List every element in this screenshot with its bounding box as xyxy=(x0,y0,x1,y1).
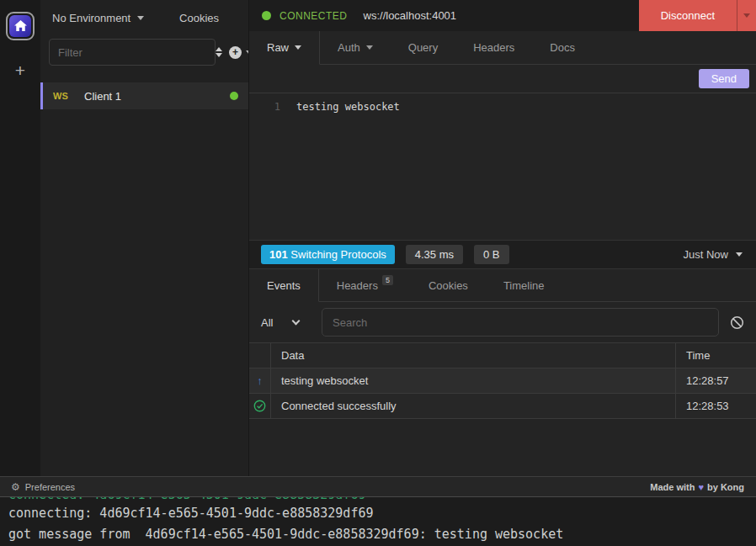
client-name: Client 1 xyxy=(84,90,121,103)
tabs-filler xyxy=(562,269,756,302)
event-type-selected: All xyxy=(261,316,273,329)
environment-caret-icon xyxy=(137,16,144,20)
environment-label: No Environment xyxy=(52,12,130,24)
tab-query-label: Query xyxy=(408,41,438,54)
websocket-url[interactable]: ws://localhost:4001 xyxy=(364,9,457,22)
sort-icon xyxy=(216,47,222,51)
home-icon xyxy=(9,15,31,37)
headers-count-badge: 5 xyxy=(382,275,393,285)
event-time-cell: 12:28:57 xyxy=(675,368,756,393)
response-tabs: Events Headers 5 Cookies Timeline xyxy=(249,269,756,302)
tab-response-cookies[interactable]: Cookies xyxy=(411,269,486,302)
preferences-button[interactable]: ⚙ Preferences xyxy=(11,481,75,493)
app-window: + No Environment Cookies + xyxy=(0,0,756,546)
raw-caret-icon xyxy=(295,45,301,50)
event-data-cell: testing websocket xyxy=(270,368,675,393)
icon-column-header xyxy=(249,343,270,368)
tab-events-label: Events xyxy=(267,279,301,292)
client-connected-dot xyxy=(230,92,238,100)
response-filler xyxy=(249,419,756,476)
tab-timeline[interactable]: Timeline xyxy=(486,269,562,302)
tab-docs[interactable]: Docs xyxy=(532,31,593,65)
events-table: Data Time ↑ testing websocket 12:28:57 C… xyxy=(249,342,756,419)
response-status-bar: 101 Switching Protocols 4.35 ms 0 B Just… xyxy=(249,240,756,269)
event-type-select[interactable]: All xyxy=(261,316,322,329)
environment-selector[interactable]: No Environment xyxy=(52,12,144,24)
preferences-label: Preferences xyxy=(25,482,75,492)
disconnect-dropdown-button[interactable] xyxy=(737,0,756,31)
heart-icon: ♥ xyxy=(698,482,704,492)
table-row[interactable]: ↑ testing websocket 12:28:57 xyxy=(249,368,756,394)
clear-events-button[interactable] xyxy=(730,315,744,330)
terminal-line: got message from 4d69cf14-e565-4501-9ddc… xyxy=(8,524,756,545)
connection-bar: CONNECTED ws://localhost:4001 Disconnect xyxy=(249,0,756,31)
terminal-clipped-line: connected: 4d69cf14-e565-4501-9ddc-e8858… xyxy=(8,497,756,503)
status-text: Switching Protocols xyxy=(290,248,386,261)
connection-status-dot xyxy=(262,11,271,20)
response-time-badge: 4.35 ms xyxy=(406,245,463,264)
sidebar-item-client-1[interactable]: WS Client 1 xyxy=(40,82,248,109)
event-icon-cell xyxy=(249,394,270,418)
tab-query[interactable]: Query xyxy=(391,31,455,65)
events-table-header: Data Time xyxy=(249,342,756,368)
editor-line-number: 1 xyxy=(249,101,288,240)
event-data-cell: Connected successfully xyxy=(270,394,675,418)
editor-content: testing websocket xyxy=(288,101,400,240)
response-history-dropdown[interactable]: Just Now xyxy=(684,248,743,261)
recency-caret-icon xyxy=(736,252,743,257)
event-icon-cell: ↑ xyxy=(249,368,270,393)
sidebar-filter-input[interactable] xyxy=(49,39,216,66)
tab-raw-label: Raw xyxy=(267,41,289,54)
plus-circle-icon: + xyxy=(229,46,242,59)
home-button[interactable] xyxy=(6,12,35,40)
app-rail: + xyxy=(0,0,40,476)
sort-icon xyxy=(216,53,222,57)
tabs-filler xyxy=(593,31,756,65)
terminal-line: connecting: 4d69cf14-e565-4501-9ddc-e885… xyxy=(8,503,756,524)
response-size-badge: 0 B xyxy=(474,245,509,264)
disconnect-caret-icon xyxy=(743,13,750,18)
sidebar: No Environment Cookies + WS Client 1 xyxy=(40,0,248,476)
tab-headers-label: Headers xyxy=(473,41,514,54)
response-recency-label: Just Now xyxy=(684,248,728,261)
event-time-cell: 12:28:53 xyxy=(675,394,756,418)
tab-docs-label: Docs xyxy=(550,41,575,54)
workspace: + No Environment Cookies + xyxy=(0,0,756,476)
request-tabs: Raw Auth Query Headers Docs xyxy=(249,31,756,65)
connection-status-label: CONNECTED xyxy=(280,10,348,22)
kong-credit: Made with ♥ by Kong xyxy=(650,482,744,492)
cookies-button[interactable]: Cookies xyxy=(179,12,219,24)
main-pane: CONNECTED ws://localhost:4001 Disconnect… xyxy=(248,0,756,476)
tab-response-headers-label: Headers xyxy=(337,279,378,292)
message-editor[interactable]: 1 testing websocket xyxy=(249,93,756,240)
events-search-input[interactable] xyxy=(322,308,719,337)
data-column-header: Data xyxy=(270,343,675,368)
chevron-down-icon xyxy=(292,316,301,325)
terminal[interactable]: connected: 4d69cf14-e565-4501-9ddc-e8858… xyxy=(0,496,756,546)
time-column-header: Time xyxy=(675,343,756,368)
status-code-badge: 101 Switching Protocols xyxy=(261,245,395,264)
send-button[interactable]: Send xyxy=(699,69,749,88)
tab-auth[interactable]: Auth xyxy=(320,31,391,65)
tab-response-cookies-label: Cookies xyxy=(429,279,468,292)
disconnect-button-group: Disconnect xyxy=(639,0,756,31)
sort-button[interactable] xyxy=(216,47,222,57)
credit-suffix: by Kong xyxy=(707,482,744,492)
events-filter-row: All xyxy=(249,302,756,342)
tab-raw[interactable]: Raw xyxy=(249,31,320,65)
tab-response-headers[interactable]: Headers 5 xyxy=(319,269,411,302)
disconnect-button[interactable]: Disconnect xyxy=(639,0,737,31)
table-row[interactable]: Connected successfully 12:28:53 xyxy=(249,394,756,419)
sidebar-header: No Environment Cookies xyxy=(40,0,248,36)
tab-timeline-label: Timeline xyxy=(503,279,545,292)
tab-events[interactable]: Events xyxy=(249,269,319,302)
auth-caret-icon xyxy=(366,45,373,50)
sidebar-filter-row: + xyxy=(40,36,248,76)
status-code: 101 xyxy=(269,248,288,261)
gear-icon: ⚙ xyxy=(11,481,20,493)
send-row: Send xyxy=(249,65,756,93)
tab-headers[interactable]: Headers xyxy=(455,31,532,65)
ws-method-tag: WS xyxy=(53,91,84,101)
add-project-icon[interactable]: + xyxy=(15,61,25,79)
tab-auth-label: Auth xyxy=(338,41,360,54)
